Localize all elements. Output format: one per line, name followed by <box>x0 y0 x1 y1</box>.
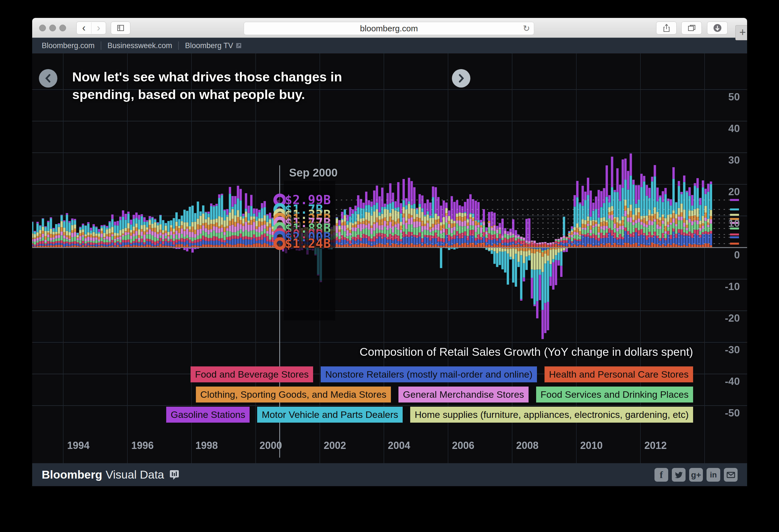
social-links: fg+in <box>655 468 737 482</box>
email-icon[interactable] <box>724 468 737 482</box>
y-axis-tick-label: 40 <box>728 123 740 135</box>
y-axis-tick-label: -50 <box>725 407 740 419</box>
history-nav-group: ‹ › <box>76 21 106 35</box>
share-button[interactable] <box>656 21 676 35</box>
legend-chip-motor-vehicle[interactable]: Motor Vehicle and Parts Dealers <box>257 407 403 423</box>
legend-chip-nonstore-retailers[interactable]: Nonstore Retailers (mostly mail-order an… <box>321 367 537 382</box>
screenshot-root: ‹ › bloomberg.com ↻ <box>0 0 779 532</box>
x-axis-tick-label: 1998 <box>195 440 218 452</box>
tooltip-ring-health <box>274 237 286 250</box>
share-icon <box>662 23 671 32</box>
legend-chip-food-services[interactable]: Food Services and Drinking Places <box>536 387 693 402</box>
external-link-icon <box>236 43 241 48</box>
minimize-window-icon[interactable] <box>49 24 56 31</box>
sidebar-icon <box>116 24 125 32</box>
chart-title: Composition of Retail Sales Growth (YoY … <box>360 345 693 358</box>
story-headline: Now let's see what drives those changes … <box>72 68 342 103</box>
new-tab-button[interactable]: + <box>735 25 747 40</box>
legend-chip-home-supplies[interactable]: Home supplies (furniture, appliances, el… <box>410 407 693 423</box>
previous-story-button[interactable] <box>39 69 57 87</box>
x-axis-tick-label: 2000 <box>260 440 282 452</box>
x-axis-tick-label: 2006 <box>452 440 474 452</box>
legend-row: Clothing, Sporting Goods, and Media Stor… <box>196 387 693 402</box>
nav-separator <box>178 42 179 50</box>
x-axis-tick-label: 1996 <box>131 440 154 452</box>
tooltip-date: Sep 2000 <box>289 167 338 179</box>
legend-row: Food and Beverage StoresNonstore Retaile… <box>190 367 693 382</box>
page-content: Now let's see what drives those changes … <box>32 53 747 463</box>
tab-overview-button[interactable] <box>681 21 702 35</box>
facebook-icon[interactable]: f <box>655 468 668 482</box>
footer-bar: BloombergVisual Data fg+in <box>32 463 747 486</box>
tooltip-value-health: $1.24B <box>285 236 331 251</box>
footer-brand: BloombergVisual Data <box>42 468 164 481</box>
x-axis-tick-label: 2010 <box>580 440 603 452</box>
nav-link-bloomberg-tv[interactable]: Bloomberg TV <box>185 42 233 50</box>
y-axis-tick-label: 50 <box>728 91 740 103</box>
next-story-button[interactable] <box>452 69 470 87</box>
x-axis-tick-label: 2008 <box>516 440 538 452</box>
y-axis-tick-label: 10 <box>728 218 740 229</box>
y-axis-tick-label: -10 <box>725 281 740 292</box>
brand-bloomberg: Bloomberg <box>42 468 102 481</box>
zoom-window-icon[interactable] <box>59 24 66 31</box>
tabs-icon <box>687 24 696 32</box>
url-text: bloomberg.com <box>360 24 418 33</box>
sidebar-button[interactable] <box>111 21 130 35</box>
legend-chip-clothing-sporting[interactable]: Clothing, Sporting Goods, and Media Stor… <box>196 387 391 402</box>
brand-visual-data: Visual Data <box>106 468 164 481</box>
twitter-icon[interactable] <box>672 468 685 482</box>
chevron-right-icon <box>457 74 465 83</box>
chevron-left-icon <box>44 74 52 83</box>
legend-chip-gasoline-stations[interactable]: Gasoline Stations <box>166 407 250 423</box>
x-axis-tick-label: 2004 <box>388 440 410 452</box>
y-axis-tick-label: 30 <box>728 154 740 166</box>
x-axis-tick-label: 1994 <box>67 440 89 452</box>
legend-chip-general-merchandise[interactable]: General Merchandise Stores <box>399 387 529 402</box>
y-axis-tick-label: -40 <box>725 376 740 387</box>
comment-chart-icon <box>169 469 180 480</box>
legend-chip-food-and[interactable]: Food and Beverage Stores <box>190 367 313 382</box>
back-button[interactable]: ‹ <box>77 22 92 34</box>
y-axis-tick-label: -30 <box>725 344 740 356</box>
story-headline-line1: Now let's see what drives those changes … <box>72 68 342 85</box>
bloomberg-nav-strip: Bloomberg.comBusinessweek.comBloomberg T… <box>32 38 747 53</box>
forward-button[interactable]: › <box>92 22 106 34</box>
download-icon <box>713 23 722 33</box>
nav-separator <box>101 42 101 50</box>
browser-toolbar: ‹ › bloomberg.com ↻ <box>32 18 747 38</box>
story-headline-line2: spending, based on what people buy. <box>72 85 342 103</box>
legend-chip-health-and[interactable]: Health and Personal Care Stores <box>544 367 693 382</box>
linkedin-icon[interactable]: in <box>707 468 720 482</box>
y-axis-tick-label: 20 <box>728 186 740 198</box>
x-axis-tick-label: 2002 <box>324 440 346 452</box>
nav-link-bloomberg-com[interactable]: Bloomberg.com <box>42 42 95 50</box>
url-bar[interactable]: bloomberg.com ↻ <box>244 22 534 35</box>
nav-link-businessweek-com[interactable]: Businessweek.com <box>108 42 172 50</box>
x-axis-tick-label: 2012 <box>644 440 667 452</box>
reload-icon[interactable]: ↻ <box>523 23 530 33</box>
downloads-button[interactable] <box>707 21 727 35</box>
browser-window: ‹ › bloomberg.com ↻ <box>32 18 747 486</box>
google-plus-icon[interactable]: g+ <box>689 468 703 482</box>
close-window-icon[interactable] <box>39 24 46 31</box>
legend-row: Gasoline StationsMotor Vehicle and Parts… <box>166 407 693 423</box>
y-axis-tick-label: -20 <box>725 313 740 324</box>
y-axis-tick-label: 0 <box>734 249 740 261</box>
